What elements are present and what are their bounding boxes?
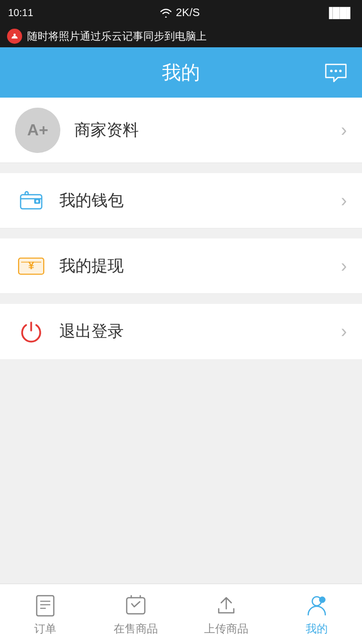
withdraw-menu-item[interactable]: ¥ 我的提现 › — [0, 238, 362, 294]
status-bar: 10:11 2K/S ▐██▌ — [0, 0, 362, 25]
footer-orders[interactable]: 订单 — [0, 592, 90, 636]
status-center: 2K/S — [159, 6, 200, 19]
svg-text:¥: ¥ — [28, 259, 35, 272]
notification-bar: 随时将照片通过乐云记事同步到电脑上 — [0, 25, 362, 47]
mine-icon — [304, 592, 330, 618]
battery-status: ▐██▌ — [325, 7, 354, 19]
wallet-chevron-icon: › — [341, 190, 347, 211]
page-header: 我的 — [0, 47, 362, 98]
logout-chevron-icon: › — [341, 321, 347, 342]
status-time: 10:11 — [8, 7, 33, 19]
products-on-sale-label: 在售商品 — [114, 621, 158, 636]
wallet-menu-item[interactable]: 我的钱包 › — [0, 173, 362, 228]
section-divider-1 — [0, 163, 362, 173]
withdraw-label: 我的提现 — [47, 255, 341, 277]
svg-point-1 — [330, 70, 333, 72]
mine-footer-label: 我的 — [306, 621, 328, 636]
chat-icon — [324, 61, 348, 84]
svg-rect-10 — [37, 596, 54, 616]
app-notification-icon — [7, 29, 22, 44]
section-divider-3 — [0, 294, 362, 304]
orders-footer-label: 订单 — [34, 621, 56, 636]
page-title: 我的 — [162, 60, 200, 86]
products-on-sale-icon — [123, 592, 149, 618]
section-divider-2 — [0, 228, 362, 238]
withdraw-icon: ¥ — [15, 250, 47, 282]
notification-text: 随时将照片通过乐云记事同步到电脑上 — [27, 29, 207, 43]
chat-button[interactable] — [322, 58, 350, 87]
upload-products-icon — [213, 592, 239, 618]
menu-list: 我的钱包 › ¥ 我的提现 › 退出登录 › — [0, 173, 362, 359]
profile-chevron-icon: › — [341, 120, 347, 141]
footer-upload-products[interactable]: 上传商品 — [181, 592, 272, 636]
svg-point-3 — [339, 70, 342, 72]
svg-point-2 — [335, 70, 337, 72]
upload-products-label: 上传商品 — [204, 621, 248, 636]
orders-icon — [32, 592, 58, 618]
footer-products-on-sale[interactable]: 在售商品 — [90, 592, 181, 636]
wallet-icon — [15, 185, 47, 217]
wallet-label: 我的钱包 — [47, 190, 341, 212]
footer-nav: 订单 在售商品 上传商品 — [0, 584, 362, 644]
avatar: A+ — [15, 108, 60, 153]
wifi-icon — [159, 7, 173, 18]
svg-point-0 — [14, 34, 16, 36]
profile-section[interactable]: A+ 商家资料 › — [0, 98, 362, 163]
logout-label: 退出登录 — [47, 320, 341, 343]
withdraw-chevron-icon: › — [341, 256, 347, 277]
svg-point-6 — [36, 200, 39, 202]
footer-mine[interactable]: 我的 — [272, 592, 362, 636]
network-speed: 2K/S — [176, 6, 200, 19]
power-icon — [15, 315, 47, 348]
content-area — [0, 359, 362, 584]
profile-name: 商家资料 — [60, 119, 341, 141]
logout-menu-item[interactable]: 退出登录 › — [0, 304, 362, 359]
